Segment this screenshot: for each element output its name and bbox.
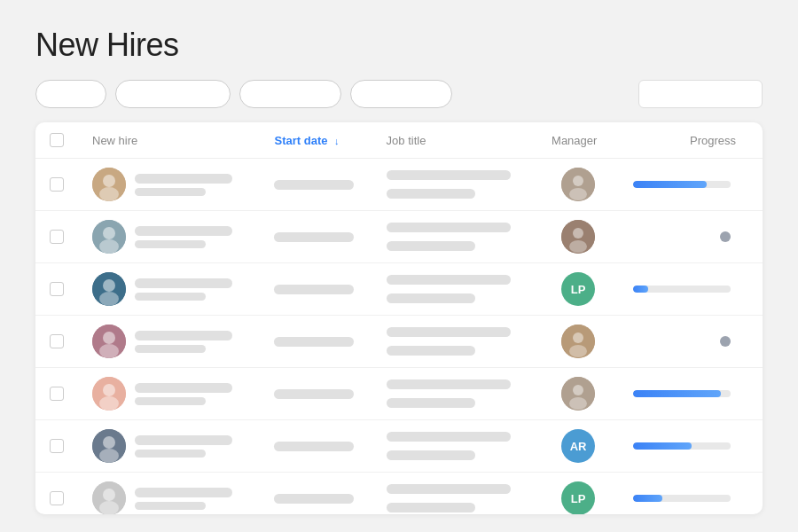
hire-name-skeleton — [135, 435, 232, 445]
row-checkbox-6[interactable] — [50, 439, 64, 453]
job-skeleton-lg — [387, 327, 511, 337]
row-checkbox-5[interactable] — [50, 387, 64, 401]
job-cell — [387, 379, 523, 408]
progress-dot — [720, 231, 731, 242]
hire-avatar — [92, 481, 126, 514]
sort-arrow-icon: ↓ — [334, 136, 340, 146]
hire-sub-skeleton — [135, 397, 206, 405]
svg-point-1 — [103, 175, 115, 187]
hire-name-skeleton — [135, 226, 232, 236]
filter-pill-4[interactable] — [350, 80, 452, 108]
hire-name-skeleton — [135, 174, 232, 184]
manager-avatar — [561, 325, 595, 358]
col-header-manager: Manager — [537, 122, 619, 159]
hire-cell — [92, 220, 246, 254]
svg-point-5 — [569, 188, 587, 200]
svg-point-7 — [103, 227, 115, 239]
table-header-row: New hire Start date ↓ Job title Manager … — [35, 122, 763, 159]
progress-cell — [633, 495, 748, 502]
search-input[interactable] — [638, 80, 763, 108]
manager-avatar: AR — [561, 429, 595, 463]
svg-point-29 — [99, 449, 119, 463]
table-row — [35, 316, 763, 368]
hire-avatar — [92, 272, 126, 306]
hire-info — [135, 331, 232, 353]
date-skeleton — [274, 232, 354, 242]
job-skeleton-sm — [387, 189, 475, 199]
filter-pill-2[interactable] — [115, 80, 231, 108]
manager-avatar — [561, 168, 595, 201]
date-skeleton — [274, 494, 354, 504]
row-checkbox-3[interactable] — [50, 282, 64, 296]
col-header-date[interactable]: Start date ↓ — [260, 122, 372, 159]
filter-bar — [35, 80, 763, 108]
job-skeleton-sm — [387, 293, 475, 303]
table-row: LP — [35, 473, 763, 515]
col-header-job: Job title — [372, 122, 537, 159]
hire-avatar — [92, 220, 126, 254]
progress-cell — [633, 231, 748, 242]
manager-avatar — [561, 377, 595, 411]
svg-point-26 — [569, 397, 587, 410]
svg-point-28 — [103, 436, 115, 449]
job-cell — [387, 170, 523, 199]
svg-point-11 — [569, 240, 587, 253]
date-skeleton — [274, 285, 354, 294]
hire-sub-skeleton — [135, 188, 206, 196]
row-checkbox-2[interactable] — [50, 230, 64, 244]
table-row: AR — [35, 420, 763, 473]
progress-cell — [633, 336, 748, 347]
hire-sub-skeleton — [135, 450, 206, 458]
manager-avatar — [561, 220, 595, 254]
table-row — [35, 368, 763, 420]
table-row — [35, 159, 763, 211]
select-all-checkbox[interactable] — [50, 133, 64, 147]
filter-pill-1[interactable] — [35, 80, 106, 108]
hire-cell — [92, 325, 246, 358]
table-row: LP — [35, 263, 763, 316]
job-skeleton-sm — [387, 346, 475, 356]
hire-avatar — [92, 325, 126, 358]
hire-info — [135, 383, 232, 405]
filter-pill-3[interactable] — [239, 80, 341, 108]
hire-name-skeleton — [135, 488, 232, 497]
row-checkbox-4[interactable] — [50, 334, 64, 348]
progress-cell — [633, 286, 748, 293]
svg-point-23 — [99, 396, 119, 411]
col-header-hire: New hire — [78, 122, 260, 159]
svg-point-20 — [569, 345, 587, 357]
hire-avatar — [92, 168, 126, 201]
job-cell — [387, 484, 523, 512]
date-skeleton — [274, 442, 354, 451]
svg-point-2 — [99, 187, 119, 201]
progress-cell — [633, 390, 748, 397]
svg-point-14 — [99, 292, 119, 306]
hire-name-skeleton — [135, 331, 232, 340]
job-skeleton-lg — [387, 275, 511, 285]
svg-point-16 — [103, 332, 115, 344]
page-container: New Hires New hire Start date ↓ — [0, 0, 798, 532]
page-title: New Hires — [35, 27, 763, 64]
progress-bar — [633, 390, 731, 397]
table-wrapper: New hire Start date ↓ Job title Manager … — [35, 122, 763, 514]
table-row — [35, 211, 763, 263]
hire-avatar — [92, 377, 126, 411]
row-checkbox-1[interactable] — [50, 177, 64, 192]
manager-avatar: LP — [561, 272, 595, 306]
job-skeleton-lg — [387, 170, 511, 180]
progress-dot — [720, 336, 731, 347]
svg-point-22 — [103, 384, 115, 396]
col-header-progress: Progress — [619, 122, 763, 159]
job-cell — [387, 275, 523, 303]
new-hires-table: New hire Start date ↓ Job title Manager … — [35, 122, 763, 514]
hire-cell — [92, 272, 246, 306]
progress-bar — [633, 181, 731, 188]
job-skeleton-sm — [387, 398, 475, 408]
hire-sub-skeleton — [135, 293, 206, 301]
job-cell — [387, 223, 523, 251]
hire-cell — [92, 377, 246, 411]
job-skeleton-sm — [387, 503, 475, 512]
job-skeleton-lg — [387, 223, 511, 232]
svg-point-25 — [573, 385, 583, 395]
row-checkbox-7[interactable] — [50, 491, 64, 505]
